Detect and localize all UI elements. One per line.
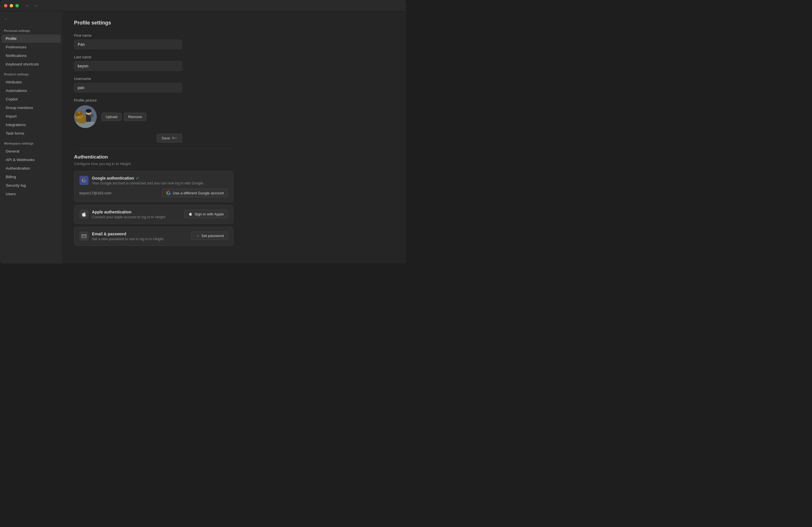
google-auth-email: keyon17@163.com <box>79 191 111 195</box>
sidebar-item-label: Users <box>6 192 16 196</box>
sidebar-item-authentication[interactable]: Authentication <box>2 164 61 173</box>
sidebar-item-label: Profile <box>6 36 16 41</box>
last-name-group: Last name <box>74 55 202 71</box>
maximize-button[interactable] <box>15 4 19 8</box>
svg-point-8 <box>76 116 78 117</box>
username-input[interactable] <box>74 83 182 92</box>
close-button[interactable] <box>4 4 8 8</box>
avatar-action-buttons: Upload Remove <box>101 113 146 121</box>
apple-auth-description: Connect your Apple account to log in to … <box>92 215 166 219</box>
google-g-icon <box>82 178 86 183</box>
app-body: ← Personal settings Profile Preferences … <box>0 11 406 263</box>
sidebar-item-label: API & Webhooks <box>6 158 35 162</box>
apple-auth-header: Apple authentication Connect your Apple … <box>79 210 228 219</box>
save-shortcut: ⌘↩ <box>172 136 177 140</box>
sidebar-item-notifications[interactable]: Notifications <box>2 52 61 60</box>
apple-logo-icon <box>81 211 87 217</box>
apple-auth-card: Apple authentication Connect your Apple … <box>74 205 233 224</box>
sidebar-item-label: Automations <box>6 88 27 93</box>
google-auth-title: Google authentication <box>92 176 134 180</box>
sidebar-item-users[interactable]: Users <box>2 190 61 198</box>
use-different-google-label: Use a different Google account <box>173 191 224 195</box>
email-password-left: Email & password Set a new password to u… <box>79 232 164 241</box>
svg-point-15 <box>89 112 90 113</box>
sidebar-item-copilot[interactable]: Copilot <box>2 95 61 103</box>
sidebar-item-label: Keyboard shortcuts <box>6 62 39 66</box>
google-button-icon <box>166 191 171 195</box>
product-settings-section-label: Product settings <box>0 69 62 78</box>
sidebar-item-api-webhooks[interactable]: API & Webhooks <box>2 156 61 164</box>
titlebar: ← → <box>0 0 406 11</box>
email-password-info: Email & password Set a new password to u… <box>92 232 164 241</box>
sidebar-item-label: Authentication <box>6 166 30 171</box>
google-auth-header: Google authentication ✓ Your Google acco… <box>79 176 228 185</box>
sidebar-item-label: Billing <box>6 175 16 179</box>
sidebar-item-keyboard-shortcuts[interactable]: Keyboard shortcuts <box>2 60 61 68</box>
remove-button[interactable]: Remove <box>124 113 146 121</box>
sidebar-item-security-log[interactable]: Security log <box>2 181 61 190</box>
apple-auth-title: Apple authentication <box>92 210 131 214</box>
save-button[interactable]: Save ⌘↩ <box>157 134 182 143</box>
apple-auth-icon <box>79 210 89 219</box>
sidebar-back-button[interactable]: ← <box>0 15 62 25</box>
sidebar-item-label: Notifications <box>6 54 27 58</box>
sidebar-item-label: Integrations <box>6 123 26 127</box>
sidebar: ← Personal settings Profile Preferences … <box>0 11 63 263</box>
forward-nav-button[interactable]: → <box>32 3 39 9</box>
google-auth-footer: keyon17@163.com Use a different Google a… <box>79 189 228 197</box>
personal-settings-section-label: Personal settings <box>0 25 62 34</box>
username-group: Username <box>74 76 202 92</box>
workspace-settings-section-label: Workspace settings <box>0 138 62 147</box>
sidebar-item-general[interactable]: General <box>2 147 61 155</box>
sidebar-item-import[interactable]: Import <box>2 112 61 120</box>
sidebar-item-task-forms[interactable]: Task forms <box>2 129 61 137</box>
sidebar-item-preferences[interactable]: Preferences <box>2 43 61 51</box>
sidebar-item-billing[interactable]: Billing <box>2 173 61 181</box>
last-name-input[interactable] <box>74 61 182 71</box>
sign-in-with-apple-button[interactable]: Sign in with Apple <box>184 210 228 218</box>
email-password-description: Set a new password to use to log in to H… <box>92 237 164 241</box>
auth-title: Authentication <box>74 154 233 160</box>
first-name-input[interactable] <box>74 40 182 49</box>
set-password-button[interactable]: → Set password <box>191 232 228 240</box>
sidebar-item-label: Security log <box>6 183 26 188</box>
main-content: Profile settings First name Last name Us… <box>63 11 406 263</box>
email-password-title: Email & password <box>92 232 127 236</box>
save-label: Save <box>161 136 170 140</box>
google-auth-card: Google authentication ✓ Your Google acco… <box>74 171 233 202</box>
sign-in-with-apple-label: Sign in with Apple <box>194 212 224 216</box>
svg-point-17 <box>90 115 92 116</box>
sidebar-item-automations[interactable]: Automations <box>2 87 61 95</box>
email-auth-icon <box>79 232 89 241</box>
sidebar-item-label: Group mentions <box>6 106 33 110</box>
sidebar-item-group-mentions[interactable]: Group mentions <box>2 104 61 112</box>
profile-form: First name Last name Username Profile pi… <box>74 33 202 143</box>
email-icon <box>81 233 87 239</box>
google-auth-description: Your Google account is connected and you… <box>92 181 204 185</box>
set-password-arrow-icon: → <box>195 234 199 238</box>
page-title: Profile settings <box>74 20 395 26</box>
last-name-label: Last name <box>74 55 202 59</box>
profile-picture-row: Upload Remove <box>74 105 202 128</box>
sidebar-item-label: Task forms <box>6 131 24 135</box>
svg-point-7 <box>75 115 79 118</box>
google-auth-info: Google authentication ✓ Your Google acco… <box>92 176 204 185</box>
sidebar-item-label: Attributes <box>6 80 22 84</box>
apple-button-icon <box>188 212 192 216</box>
minimize-button[interactable] <box>10 4 13 8</box>
use-different-google-button[interactable]: Use a different Google account <box>162 189 228 197</box>
google-auth-icon <box>79 176 89 185</box>
sidebar-item-integrations[interactable]: Integrations <box>2 121 61 129</box>
back-nav-button[interactable]: ← <box>24 3 31 9</box>
avatar-image <box>74 105 97 128</box>
set-password-label: Set password <box>201 234 224 238</box>
email-password-card: Email & password Set a new password to u… <box>74 227 233 246</box>
sidebar-item-label: Copilot <box>6 97 18 101</box>
apple-auth-left: Apple authentication Connect your Apple … <box>79 210 166 219</box>
sidebar-item-profile[interactable]: Profile <box>2 34 61 43</box>
upload-button[interactable]: Upload <box>101 113 121 121</box>
sidebar-item-label: Preferences <box>6 45 27 49</box>
username-label: Username <box>74 76 202 81</box>
sidebar-item-attributes[interactable]: Attributes <box>2 78 61 86</box>
save-row: Save ⌘↩ <box>74 134 182 143</box>
